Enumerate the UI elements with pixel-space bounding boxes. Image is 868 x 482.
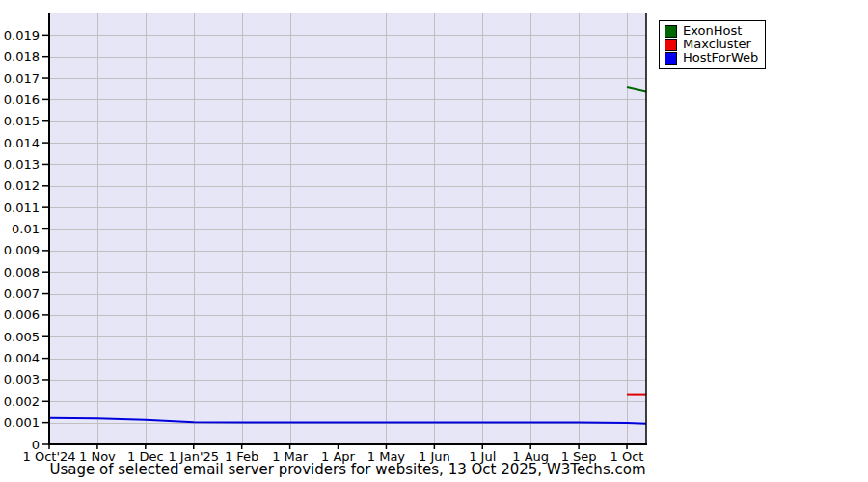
y-tick-label: 0.016	[4, 93, 40, 107]
legend-swatch-exonhost	[665, 25, 677, 38]
y-tick-label: 0.019	[4, 28, 40, 42]
y-tick-label: 0.01	[12, 222, 40, 236]
legend: ExonHostMaxclusterHostForWeb	[659, 20, 766, 69]
chart-canvas: 00.0010.0020.0030.0040.0050.0060.0070.00…	[0, 0, 868, 482]
legend-label: ExonHost	[683, 24, 742, 38]
y-tick-label: 0.018	[4, 49, 40, 64]
y-tick-label: 0.004	[4, 351, 40, 365]
y-tick-label: 0.006	[4, 308, 40, 322]
y-tick-label: 0.013	[4, 157, 40, 172]
y-tick-label: 0.017	[4, 71, 40, 86]
y-tick-label: 0.002	[4, 394, 40, 409]
legend-swatch-hostforweb	[665, 52, 677, 65]
y-tick-label: 0.009	[4, 243, 40, 257]
y-tick-label: 0.012	[4, 178, 40, 193]
y-tick-label: 0.011	[4, 201, 40, 215]
chart-title: Usage of selected email server providers…	[49, 461, 646, 478]
y-tick-label: 0.005	[4, 330, 40, 344]
legend-swatch-maxcluster	[665, 39, 677, 51]
legend-item-exonhost: ExonHost	[665, 24, 758, 38]
legend-label: HostForWeb	[683, 51, 758, 65]
chart-stage: 00.0010.0020.0030.0040.0050.0060.0070.00…	[0, 0, 868, 482]
y-axis-labels: 00.0010.0020.0030.0040.0050.0060.0070.00…	[4, 28, 40, 452]
legend-item-hostforweb: HostForWeb	[665, 51, 758, 65]
y-tick-label: 0.015	[4, 114, 40, 128]
y-tick-label: 0.007	[4, 286, 40, 301]
legend-item-maxcluster: Maxcluster	[665, 38, 758, 51]
y-tick-label: 0.001	[4, 415, 40, 430]
legend-label: Maxcluster	[683, 38, 751, 51]
y-tick-label: 0.003	[4, 372, 40, 387]
y-tick-label: 0.008	[4, 265, 40, 280]
y-tick-label: 0.014	[4, 136, 40, 150]
